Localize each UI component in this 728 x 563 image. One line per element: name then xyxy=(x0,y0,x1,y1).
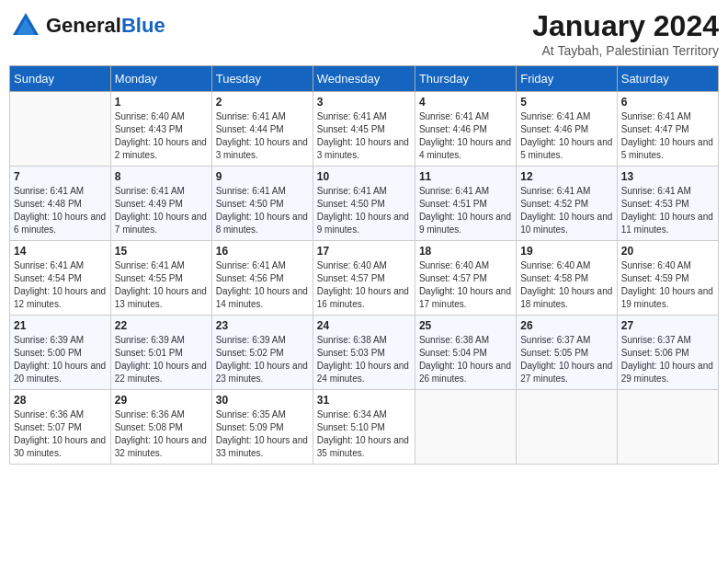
calendar-day-cell: 10Sunrise: 6:41 AMSunset: 4:50 PMDayligh… xyxy=(313,167,415,241)
day-info: Sunrise: 6:41 AMSunset: 4:46 PMDaylight:… xyxy=(419,110,512,162)
day-info: Sunrise: 6:40 AMSunset: 4:58 PMDaylight:… xyxy=(520,259,613,311)
calendar-day-cell: 25Sunrise: 6:38 AMSunset: 5:04 PMDayligh… xyxy=(415,316,516,390)
logo-blue-text: Blue xyxy=(121,14,165,37)
day-number: 20 xyxy=(621,245,714,258)
day-number: 24 xyxy=(317,319,411,332)
calendar-day-cell: 17Sunrise: 6:40 AMSunset: 4:57 PMDayligh… xyxy=(313,241,415,316)
calendar-day-cell: 31Sunrise: 6:34 AMSunset: 5:10 PMDayligh… xyxy=(313,390,415,465)
day-number: 27 xyxy=(621,319,714,332)
day-info: Sunrise: 6:41 AMSunset: 4:54 PMDaylight:… xyxy=(14,259,107,311)
calendar-day-cell: 1Sunrise: 6:40 AMSunset: 4:43 PMDaylight… xyxy=(110,92,211,167)
calendar-day-cell xyxy=(10,92,111,167)
day-number: 25 xyxy=(419,319,512,332)
calendar-table: SundayMondayTuesdayWednesdayThursdayFrid… xyxy=(9,65,719,465)
column-header-thursday: Thursday xyxy=(415,66,516,92)
calendar-week-row: 7Sunrise: 6:41 AMSunset: 4:48 PMDaylight… xyxy=(10,167,719,241)
calendar-day-cell xyxy=(517,390,618,465)
calendar-day-cell: 6Sunrise: 6:41 AMSunset: 4:47 PMDaylight… xyxy=(617,92,718,167)
day-number: 29 xyxy=(115,394,208,407)
calendar-day-cell: 19Sunrise: 6:40 AMSunset: 4:58 PMDayligh… xyxy=(517,241,618,316)
day-info: Sunrise: 6:41 AMSunset: 4:44 PMDaylight:… xyxy=(216,110,309,162)
day-info: Sunrise: 6:36 AMSunset: 5:07 PMDaylight:… xyxy=(14,408,107,460)
column-header-wednesday: Wednesday xyxy=(313,66,415,92)
day-number: 3 xyxy=(317,96,411,109)
calendar-body: 1Sunrise: 6:40 AMSunset: 4:43 PMDaylight… xyxy=(10,92,719,465)
column-header-tuesday: Tuesday xyxy=(211,66,313,92)
page-header: GeneralBlue January 2024 At Taybah, Pale… xyxy=(9,9,719,58)
day-number: 1 xyxy=(115,96,208,109)
day-info: Sunrise: 6:41 AMSunset: 4:55 PMDaylight:… xyxy=(115,259,208,311)
calendar-day-cell: 27Sunrise: 6:37 AMSunset: 5:06 PMDayligh… xyxy=(617,316,718,390)
logo-general-text: General xyxy=(46,14,121,37)
logo-icon xyxy=(9,9,42,42)
day-info: Sunrise: 6:39 AMSunset: 5:00 PMDaylight:… xyxy=(14,334,107,385)
logo: GeneralBlue xyxy=(9,9,165,42)
calendar-week-row: 21Sunrise: 6:39 AMSunset: 5:00 PMDayligh… xyxy=(10,316,719,390)
day-number: 14 xyxy=(14,245,107,258)
day-info: Sunrise: 6:40 AMSunset: 4:43 PMDaylight:… xyxy=(115,110,208,162)
title-block: January 2024 At Taybah, Palestinian Terr… xyxy=(532,9,719,58)
calendar-day-cell xyxy=(415,390,516,465)
calendar-day-cell: 28Sunrise: 6:36 AMSunset: 5:07 PMDayligh… xyxy=(10,390,111,465)
column-header-monday: Monday xyxy=(110,66,211,92)
day-info: Sunrise: 6:38 AMSunset: 5:03 PMDaylight:… xyxy=(317,334,411,385)
calendar-day-cell: 2Sunrise: 6:41 AMSunset: 4:44 PMDaylight… xyxy=(211,92,313,167)
day-number: 2 xyxy=(216,96,309,109)
calendar-day-cell: 23Sunrise: 6:39 AMSunset: 5:02 PMDayligh… xyxy=(211,316,313,390)
day-number: 5 xyxy=(520,96,613,109)
day-number: 4 xyxy=(419,96,512,109)
calendar-day-cell: 16Sunrise: 6:41 AMSunset: 4:56 PMDayligh… xyxy=(211,241,313,316)
day-info: Sunrise: 6:41 AMSunset: 4:50 PMDaylight:… xyxy=(216,185,309,236)
calendar-day-cell xyxy=(617,390,718,465)
location-subtitle: At Taybah, Palestinian Territory xyxy=(532,43,719,58)
day-info: Sunrise: 6:40 AMSunset: 4:59 PMDaylight:… xyxy=(621,259,714,311)
day-info: Sunrise: 6:37 AMSunset: 5:06 PMDaylight:… xyxy=(621,334,714,385)
calendar-day-cell: 15Sunrise: 6:41 AMSunset: 4:55 PMDayligh… xyxy=(110,241,211,316)
calendar-day-cell: 30Sunrise: 6:35 AMSunset: 5:09 PMDayligh… xyxy=(211,390,313,465)
month-title: January 2024 xyxy=(532,9,719,43)
day-info: Sunrise: 6:40 AMSunset: 4:57 PMDaylight:… xyxy=(317,259,411,311)
day-info: Sunrise: 6:38 AMSunset: 5:04 PMDaylight:… xyxy=(419,334,512,385)
day-info: Sunrise: 6:41 AMSunset: 4:48 PMDaylight:… xyxy=(14,185,107,236)
day-number: 28 xyxy=(14,394,107,407)
calendar-day-cell: 12Sunrise: 6:41 AMSunset: 4:52 PMDayligh… xyxy=(517,167,618,241)
calendar-week-row: 28Sunrise: 6:36 AMSunset: 5:07 PMDayligh… xyxy=(10,390,719,465)
calendar-day-cell: 14Sunrise: 6:41 AMSunset: 4:54 PMDayligh… xyxy=(10,241,111,316)
day-number: 7 xyxy=(14,170,107,183)
day-info: Sunrise: 6:41 AMSunset: 4:53 PMDaylight:… xyxy=(621,185,714,236)
day-number: 13 xyxy=(621,170,714,183)
calendar-week-row: 1Sunrise: 6:40 AMSunset: 4:43 PMDaylight… xyxy=(10,92,719,167)
day-number: 18 xyxy=(419,245,512,258)
calendar-day-cell: 8Sunrise: 6:41 AMSunset: 4:49 PMDaylight… xyxy=(110,167,211,241)
day-number: 8 xyxy=(115,170,208,183)
day-info: Sunrise: 6:41 AMSunset: 4:51 PMDaylight:… xyxy=(419,185,512,236)
calendar-week-row: 14Sunrise: 6:41 AMSunset: 4:54 PMDayligh… xyxy=(10,241,719,316)
day-number: 22 xyxy=(115,319,208,332)
calendar-day-cell: 11Sunrise: 6:41 AMSunset: 4:51 PMDayligh… xyxy=(415,167,516,241)
column-header-friday: Friday xyxy=(517,66,618,92)
calendar-day-cell: 3Sunrise: 6:41 AMSunset: 4:45 PMDaylight… xyxy=(313,92,415,167)
day-info: Sunrise: 6:41 AMSunset: 4:47 PMDaylight:… xyxy=(621,110,714,162)
day-info: Sunrise: 6:35 AMSunset: 5:09 PMDaylight:… xyxy=(216,408,309,460)
calendar-day-cell: 4Sunrise: 6:41 AMSunset: 4:46 PMDaylight… xyxy=(415,92,516,167)
day-number: 12 xyxy=(520,170,613,183)
calendar-day-cell: 26Sunrise: 6:37 AMSunset: 5:05 PMDayligh… xyxy=(517,316,618,390)
day-number: 26 xyxy=(520,319,613,332)
column-header-sunday: Sunday xyxy=(10,66,111,92)
day-info: Sunrise: 6:36 AMSunset: 5:08 PMDaylight:… xyxy=(115,408,208,460)
day-number: 31 xyxy=(317,394,411,407)
day-number: 17 xyxy=(317,245,411,258)
calendar-header-row: SundayMondayTuesdayWednesdayThursdayFrid… xyxy=(10,66,719,92)
day-info: Sunrise: 6:41 AMSunset: 4:56 PMDaylight:… xyxy=(216,259,309,311)
calendar-day-cell: 20Sunrise: 6:40 AMSunset: 4:59 PMDayligh… xyxy=(617,241,718,316)
day-info: Sunrise: 6:37 AMSunset: 5:05 PMDaylight:… xyxy=(520,334,613,385)
calendar-day-cell: 22Sunrise: 6:39 AMSunset: 5:01 PMDayligh… xyxy=(110,316,211,390)
day-info: Sunrise: 6:41 AMSunset: 4:49 PMDaylight:… xyxy=(115,185,208,236)
calendar-day-cell: 13Sunrise: 6:41 AMSunset: 4:53 PMDayligh… xyxy=(617,167,718,241)
day-number: 23 xyxy=(216,319,309,332)
calendar-day-cell: 18Sunrise: 6:40 AMSunset: 4:57 PMDayligh… xyxy=(415,241,516,316)
day-info: Sunrise: 6:41 AMSunset: 4:52 PMDaylight:… xyxy=(520,185,613,236)
day-number: 6 xyxy=(621,96,714,109)
day-info: Sunrise: 6:34 AMSunset: 5:10 PMDaylight:… xyxy=(317,408,411,460)
day-number: 11 xyxy=(419,170,512,183)
